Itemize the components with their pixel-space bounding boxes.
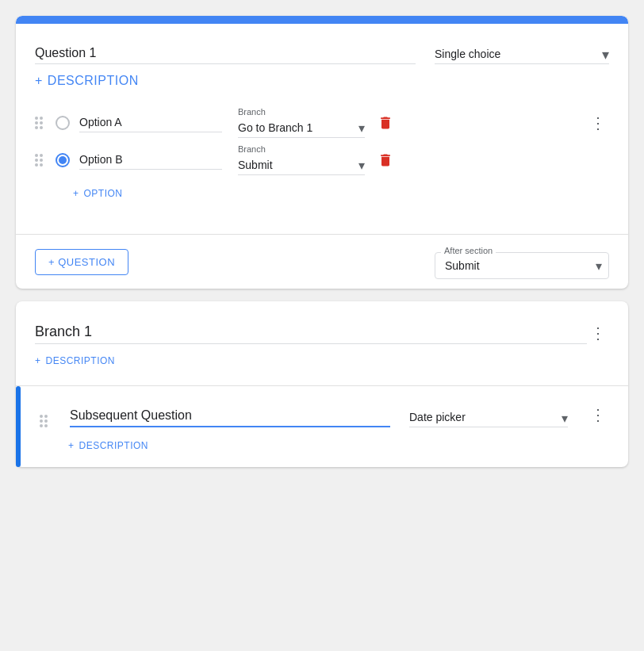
more-options-a-button[interactable]: ⋮ [587,110,609,136]
add-question-label: + QUESTION [48,256,115,268]
options-area: Branch Go to Branch 1 ▾ ⋮ [35,107,609,209]
drag-dots-a [35,117,43,129]
add-description-button[interactable]: + DESCRIPTION [35,71,609,91]
radio-option-a[interactable] [56,116,70,130]
section-1-card: Single choice ▾ + DESCRIPTION [16,16,628,289]
delete-option-b-button[interactable] [374,149,397,171]
drag-dot [35,121,38,124]
drag-dots-b [35,154,43,167]
card-accent-bar [16,16,628,24]
drag-dot [35,159,38,162]
branch-plus-icon: + [35,355,41,366]
radio-option-b[interactable] [56,153,70,167]
drag-dot [40,154,43,157]
drag-dot [35,163,38,167]
subsequent-question-content: Date picker ▾ ⋮ + DESCRIPTION [21,386,628,467]
drag-dot [40,117,43,120]
branch-label-b: Branch [238,144,365,154]
after-section-select-wrapper: Submit ▾ [435,252,609,279]
section-2-branch-card: ⋮ + DESCRIPTION [16,301,628,467]
branch-add-description-button[interactable]: + DESCRIPTION [16,346,628,385]
question-header: Single choice ▾ [35,43,609,64]
after-section-chevron-icon: ▾ [596,258,602,274]
drag-dot [40,121,43,124]
drag-dot [44,424,48,427]
after-section-select[interactable]: Submit [445,259,583,272]
add-question-button[interactable]: + QUESTION [35,249,128,275]
drag-dot [40,419,43,423]
subq-type-select[interactable]: Date picker [409,408,568,427]
drag-dot [35,117,38,120]
after-section-container: After section Submit ▾ [435,252,609,279]
drag-dot [35,154,38,157]
subq-title-input[interactable] [70,405,390,427]
drag-dot [40,424,43,427]
subq-inner: Date picker ▾ ⋮ [21,386,628,440]
branch-select-wrapper-b: Submit ▾ [238,155,365,175]
drag-handle-b[interactable] [35,154,43,167]
branch-label-a: Branch [238,107,365,117]
branch-add-description-label: DESCRIPTION [46,355,116,366]
branch-more-button[interactable]: ⋮ [587,320,609,346]
drag-handle-a[interactable] [35,117,43,129]
add-option-plus-icon: + [73,188,79,199]
subq-more-button[interactable]: ⋮ [587,402,609,427]
subq-drag-handle[interactable] [40,415,48,427]
add-option-button[interactable]: + OPTION [35,182,609,202]
card-inner: Single choice ▾ + DESCRIPTION [16,24,628,221]
drag-dot [35,126,38,129]
plus-icon: + [35,74,43,88]
question-title-input[interactable] [35,43,416,64]
question-type-select[interactable]: Single choice [435,44,609,64]
add-option-label: OPTION [84,188,123,199]
drag-dot [44,415,48,418]
question-type-wrapper: Single choice ▾ [435,44,609,64]
card-footer: + QUESTION After section Submit ▾ [16,235,628,289]
branch-select-b[interactable]: Submit [238,155,365,175]
subq-type-wrapper: Date picker ▾ [409,408,568,427]
subq-drag-dots [40,415,48,427]
option-b-input[interactable] [79,150,222,170]
subsequent-question-wrapper: Date picker ▾ ⋮ + DESCRIPTION [16,386,628,467]
branch-header: ⋮ [16,301,628,346]
branch-select-wrapper-a: Go to Branch 1 ▾ [238,118,365,138]
drag-dot [40,159,43,162]
subq-add-description-label: DESCRIPTION [79,440,149,451]
drag-dot [40,126,43,129]
branch-select-a[interactable]: Go to Branch 1 [238,118,365,138]
branch-title-input[interactable] [35,320,587,344]
option-row-a: Branch Go to Branch 1 ▾ ⋮ [35,107,609,138]
option-row-b: Branch Submit ▾ [35,144,609,175]
branch-section-a: Branch Go to Branch 1 ▾ [238,107,365,138]
add-description-label: DESCRIPTION [48,74,139,88]
subq-plus-icon: + [68,440,75,451]
subq-add-description-button[interactable]: + DESCRIPTION [21,440,628,467]
branch-section-b: Branch Submit ▾ [238,144,365,175]
option-a-input[interactable] [79,113,222,132]
drag-dot [44,419,48,423]
delete-option-a-button[interactable] [374,112,397,134]
drag-dot [40,415,43,418]
drag-dot [40,163,43,167]
after-section-label: After section [441,246,496,255]
